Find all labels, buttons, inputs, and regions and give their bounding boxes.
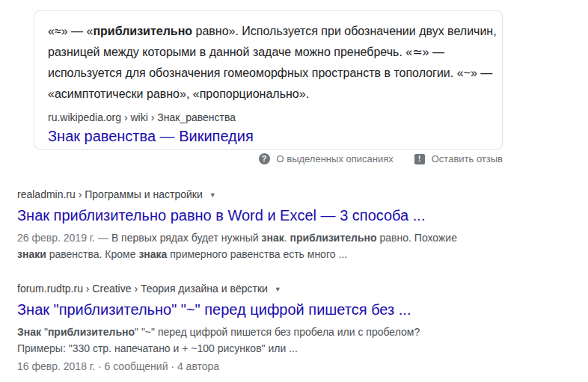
featured-snippet-line: «≈» — «приблизительно равно». Использует… — [48, 21, 489, 42]
breadcrumb-text: forum.rudtp.ru › Creative › Теория дизай… — [17, 282, 268, 295]
featured-snippet-line: «асимптотически равно», «пропорционально… — [48, 84, 489, 105]
result-title-link[interactable]: Знак приблизительно равно в Word и Excel… — [17, 206, 457, 225]
help-icon: ? — [259, 153, 270, 164]
featured-snippet-card: «≈» — «приблизительно равно». Использует… — [34, 10, 503, 150]
snippet-line: Примеры: "330 стр. напечатано и + ~100 р… — [17, 340, 420, 357]
leave-feedback-label: Оставить отзыв — [432, 153, 503, 164]
breadcrumb[interactable]: realadmin.ru › Программы и настройки ▼ — [17, 187, 457, 202]
chevron-down-icon[interactable]: ▼ — [275, 283, 281, 296]
featured-snippet-text: «≈» — «приблизительно равно». Использует… — [48, 21, 489, 105]
snippet-line: Знак "приблизительно" "~" перед цифрой п… — [17, 324, 420, 340]
search-result: realadmin.ru › Программы и настройки ▼ З… — [17, 187, 457, 262]
featured-snippet-line: используется для обозначения гомеоморфны… — [48, 63, 489, 84]
result-snippet: Знак "приблизительно" "~" перед цифрой п… — [17, 324, 420, 357]
search-result: forum.rudtp.ru › Creative › Теория дизай… — [17, 281, 420, 374]
result-snippet: 26 февр. 2019 г. — В первых рядах будет … — [17, 229, 457, 262]
breadcrumb[interactable]: forum.rudtp.ru › Creative › Теория дизай… — [17, 281, 420, 296]
chevron-down-icon[interactable]: ▼ — [209, 188, 216, 202]
about-featured-snippets-link[interactable]: ? О выделенных описаниях — [259, 153, 393, 164]
featured-snippet-footer: ? О выделенных описаниях ! Оставить отзы… — [259, 153, 503, 164]
leave-feedback-link[interactable]: ! Оставить отзыв — [414, 153, 503, 164]
snippet-line: 26 февр. 2019 г. — В первых рядах будет … — [17, 229, 457, 246]
breadcrumb-text: realadmin.ru › Программы и настройки — [17, 188, 203, 201]
result-meta: 16 февр. 2018 г. · 6 сообщений · 4 автор… — [17, 359, 420, 374]
result-title-link[interactable]: Знак равенства — Википедия — [48, 126, 489, 146]
feedback-icon: ! — [414, 154, 425, 164]
snippet-line: знаки равенства. Кроме знака примерного … — [17, 246, 457, 262]
featured-snippet-line: разницей между которыми в данной задаче … — [48, 42, 489, 63]
breadcrumb[interactable]: ru.wikipedia.org › wiki › Знак_равенства — [48, 111, 489, 124]
about-featured-snippets-label: О выделенных описаниях — [277, 153, 393, 164]
result-title-link[interactable]: Знак "приблизительно" "~" перед цифрой п… — [17, 300, 420, 319]
